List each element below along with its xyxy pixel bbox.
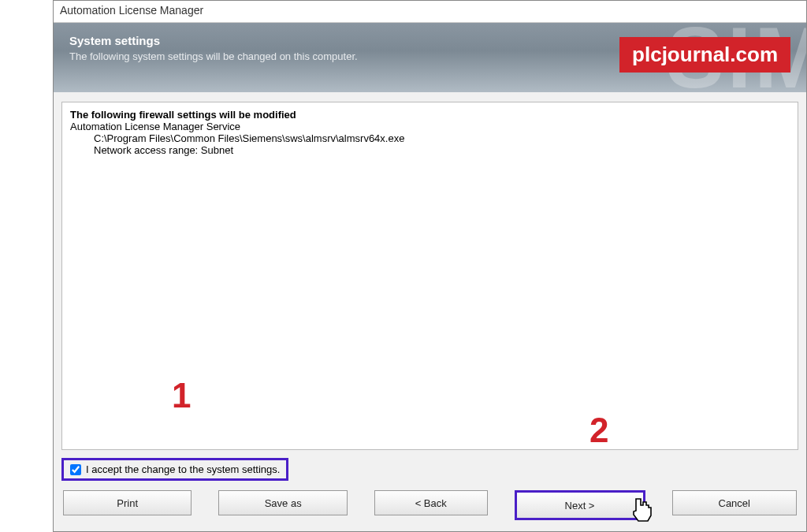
cancel-button[interactable]: Cancel [672, 490, 797, 515]
service-line: Automation License Manager Service [70, 121, 790, 132]
path-line: C:\Program Files\Common Files\Siemens\sw… [70, 132, 790, 144]
print-button[interactable]: Print [63, 490, 192, 515]
saveas-button[interactable]: Save as [218, 490, 347, 515]
accept-label: I accept the change to the system settin… [86, 463, 280, 475]
content-area: The following firewall settings will be … [54, 92, 806, 531]
window-title: Automation License Manager [60, 4, 203, 17]
button-row: Print Save as < Back Next > Cancel [61, 481, 798, 523]
annotation-2: 2 [589, 411, 608, 450]
accept-checkbox-row[interactable]: I accept the change to the system settin… [61, 458, 288, 481]
firewall-heading: The following firewall settings will be … [70, 109, 790, 121]
installer-window: Automation License Manager SIM System se… [53, 0, 807, 532]
hand-cursor-icon [630, 497, 654, 527]
range-line: Network access range: Subnet [70, 144, 790, 156]
annotation-1: 1 [172, 376, 191, 415]
next-button-highlight: Next > [515, 490, 645, 520]
back-button[interactable]: < Back [374, 490, 488, 515]
accept-checkbox[interactable] [70, 464, 81, 475]
watermark-badge: plcjournal.com [619, 37, 790, 73]
next-button[interactable]: Next > [517, 493, 643, 518]
window-titlebar: Automation License Manager [54, 1, 806, 23]
accept-row-wrap: I accept the change to the system settin… [61, 450, 798, 481]
